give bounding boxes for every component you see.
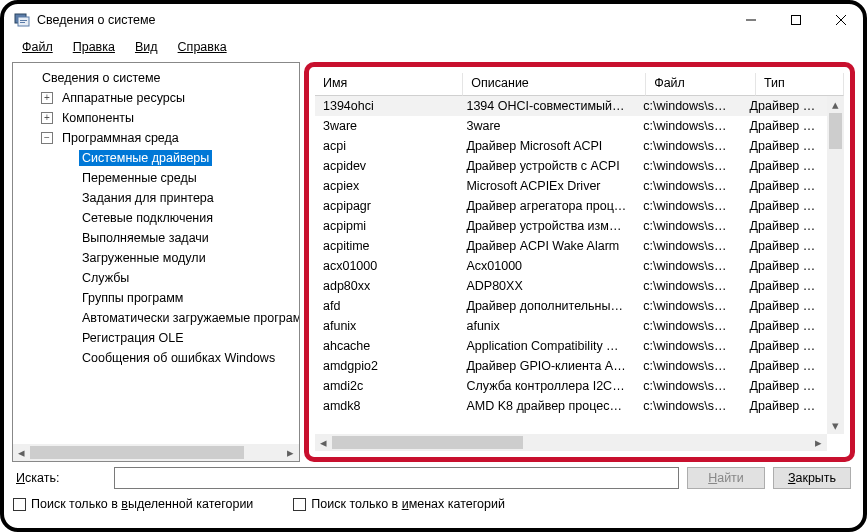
svg-rect-5 — [791, 16, 800, 25]
cell: c:\windows\s… — [635, 319, 741, 333]
tree-program-groups[interactable]: Группы программ — [13, 287, 299, 307]
menu-view[interactable]: Вид — [127, 38, 166, 56]
table-row[interactable]: 3ware3warec:\windows\s…Драйвер ядра — [315, 116, 827, 136]
check-selected-category[interactable]: Поиск только в выделенной категории — [13, 497, 253, 511]
cell: Acx01000 — [458, 259, 635, 273]
tree-print-jobs[interactable]: Задания для принтера — [13, 187, 299, 207]
table-row[interactable]: amdgpio2Драйвер GPIO-клиента AMDc:\windo… — [315, 356, 827, 376]
tree-env-vars[interactable]: Переменные среды — [13, 167, 299, 187]
table-row[interactable]: adp80xxADP80XXc:\windows\s…Драйвер ядра — [315, 276, 827, 296]
cell: Драйвер ядра — [742, 319, 827, 333]
search-input[interactable] — [114, 467, 679, 489]
table-row[interactable]: ahcacheApplication Compatibility Cachec:… — [315, 336, 827, 356]
close-button[interactable] — [818, 6, 863, 34]
scroll-left-icon[interactable]: ◂ — [315, 434, 332, 451]
titlebar: Сведения о системе — [4, 4, 863, 36]
menubar: Файл Правка Вид Справка — [4, 36, 863, 58]
tree-loaded-modules[interactable]: Загруженные модули — [13, 247, 299, 267]
expand-icon[interactable]: + — [41, 112, 53, 124]
table-row[interactable]: acpidevДрайвер устройств с ACPIc:\window… — [315, 156, 827, 176]
find-button[interactable]: Найти — [687, 467, 765, 489]
table-row[interactable]: acpipagrДрайвер агрегатора процесс…c:\wi… — [315, 196, 827, 216]
col-desc[interactable]: Описание — [463, 73, 646, 96]
scroll-left-icon[interactable]: ◂ — [13, 444, 30, 461]
cell: afd — [315, 299, 458, 313]
scroll-thumb[interactable] — [30, 446, 244, 459]
checkbox-icon[interactable] — [13, 498, 26, 511]
tree-services[interactable]: Службы — [13, 267, 299, 287]
cell: Драйвер ядра — [742, 279, 827, 293]
table-row[interactable]: acpiДрайвер Microsoft ACPIc:\windows\s…Д… — [315, 136, 827, 156]
cell: amdi2c — [315, 379, 458, 393]
scroll-thumb[interactable] — [332, 436, 523, 449]
svg-rect-2 — [20, 20, 27, 21]
collapse-icon[interactable]: − — [41, 132, 53, 144]
scroll-up-icon[interactable]: ▴ — [827, 96, 844, 113]
col-name[interactable]: Имя — [315, 73, 463, 96]
table-row[interactable]: acpitimeДрайвер ACPI Wake Alarmc:\window… — [315, 236, 827, 256]
table-row[interactable]: acpipmiДрайвер устройства измерен…c:\win… — [315, 216, 827, 236]
cell: Служба контроллера I2C AMD — [458, 379, 635, 393]
cell: c:\windows\s… — [635, 159, 741, 173]
tree-ole[interactable]: Регистрация OLE — [13, 327, 299, 347]
tree-root[interactable]: Сведения о системе — [13, 67, 299, 87]
tree-running-tasks[interactable]: Выполняемые задачи — [13, 227, 299, 247]
checkbox-icon[interactable] — [293, 498, 306, 511]
cell: c:\windows\s… — [635, 399, 741, 413]
tree-hscrollbar[interactable]: ◂ ▸ — [13, 444, 299, 461]
tree-net-connections[interactable]: Сетевые подключения — [13, 207, 299, 227]
menu-edit[interactable]: Правка — [65, 38, 123, 56]
check-category-names[interactable]: Поиск только в именах категорий — [293, 497, 505, 511]
cell: amdk8 — [315, 399, 458, 413]
cell: acpipmi — [315, 219, 458, 233]
list-body: 1394ohci1394 OHCI-совместимый хост…c:\wi… — [315, 96, 827, 434]
scroll-down-icon[interactable]: ▾ — [827, 417, 844, 434]
table-row[interactable]: afunixafunixc:\windows\s…Драйвер ядра — [315, 316, 827, 336]
tree-autoload[interactable]: Автоматически загружаемые программы — [13, 307, 299, 327]
expand-icon[interactable]: + — [41, 92, 53, 104]
cell: amdgpio2 — [315, 359, 458, 373]
list-vscrollbar[interactable]: ▴ ▾ — [827, 96, 844, 434]
tree-winerr[interactable]: Сообщения об ошибках Windows — [13, 347, 299, 367]
close-search-button[interactable]: Закрыть — [773, 467, 851, 489]
menu-help[interactable]: Справка — [170, 38, 235, 56]
cell: 3ware — [458, 119, 635, 133]
tree-system-drivers[interactable]: Системные драйверы — [13, 147, 299, 167]
tree-components[interactable]: +Компоненты — [13, 107, 299, 127]
cell: Драйвер GPIO-клиента AMD — [458, 359, 635, 373]
maximize-button[interactable] — [773, 6, 818, 34]
list-hscrollbar[interactable]: ◂ ▸ — [315, 434, 827, 451]
search-label: Искать: — [16, 471, 106, 485]
table-row[interactable]: acpiexMicrosoft ACPIEx Driverc:\windows\… — [315, 176, 827, 196]
table-row[interactable]: 1394ohci1394 OHCI-совместимый хост…c:\wi… — [315, 96, 827, 116]
cell: Драйвер ядра — [742, 99, 827, 113]
cell: c:\windows\s… — [635, 299, 741, 313]
cell: Драйвер ядра — [742, 339, 827, 353]
cell: 1394ohci — [315, 99, 458, 113]
cell: c:\windows\s… — [635, 179, 741, 193]
cell: Драйвер устройства измерен… — [458, 219, 635, 233]
table-row[interactable]: afdДрайвер дополнительных фу…c:\windows\… — [315, 296, 827, 316]
cell: Драйвер ядра — [742, 379, 827, 393]
table-row[interactable]: amdi2cСлужба контроллера I2C AMDc:\windo… — [315, 376, 827, 396]
menu-file[interactable]: Файл — [14, 38, 61, 56]
cell: Microsoft ACPIEx Driver — [458, 179, 635, 193]
col-type[interactable]: Тип — [756, 73, 844, 96]
tree-software-env[interactable]: −Программная среда — [13, 127, 299, 147]
scroll-thumb[interactable] — [829, 113, 842, 149]
cell: Драйвер ядра — [742, 199, 827, 213]
minimize-button[interactable] — [728, 6, 773, 34]
cell: acx01000 — [315, 259, 458, 273]
cell: c:\windows\s… — [635, 99, 741, 113]
col-file[interactable]: Файл — [646, 73, 756, 96]
cell: afunix — [315, 319, 458, 333]
table-row[interactable]: amdk8AMD K8 драйвер процессораc:\windows… — [315, 396, 827, 416]
list-panel: Имя Описание Файл Тип 1394ohci1394 OHCI-… — [315, 73, 844, 451]
scroll-right-icon[interactable]: ▸ — [282, 444, 299, 461]
table-row[interactable]: acx01000Acx01000c:\windows\s…Драйвер ядр… — [315, 256, 827, 276]
cell: Драйвер ядра — [742, 259, 827, 273]
cell: Драйвер ядра — [742, 359, 827, 373]
cell: c:\windows\s… — [635, 119, 741, 133]
scroll-right-icon[interactable]: ▸ — [810, 434, 827, 451]
tree-hardware[interactable]: +Аппаратные ресурсы — [13, 87, 299, 107]
